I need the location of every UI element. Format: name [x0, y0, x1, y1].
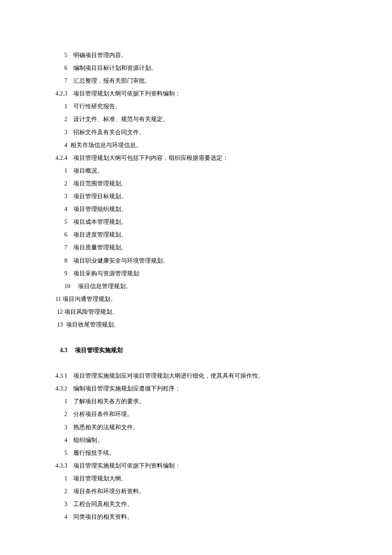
body-line: 1 项目概况。 — [55, 165, 337, 177]
body-line: 3 熟悉相关的法规和文件。 — [55, 421, 337, 434]
body-line: 4 项目管理组织规划。 — [55, 203, 337, 216]
body-line: 11 项目沟通管理规划。 — [55, 293, 337, 306]
body-line: 2 项目条件和环境分析资料。 — [55, 485, 337, 498]
document-page: 5 明确项目管理内容。 6 编制项目目标计划和资源计划。 7 汇总整理，报有关部… — [0, 0, 392, 555]
body-line: 4 相关市场信息与环境信息。 — [55, 139, 337, 152]
body-line: 2 项目范围管理规划。 — [55, 177, 337, 190]
body-line: 5 履行报批手续。 — [55, 447, 337, 460]
body-line: 4.2.3 项目管理规划大纲可依据下列资料编制： — [55, 87, 337, 100]
body-line: 10 项目信息管理规划。 — [55, 280, 337, 293]
body-line: 5 项目成本管理规划。 — [55, 216, 337, 228]
section-heading-4-3: 4.3 项目管理实施规划 — [55, 344, 337, 357]
body-line: 1 了解项目相关各方的要求。 — [55, 395, 337, 408]
body-line: 7 汇总整理，报有关部门审批。 — [55, 75, 337, 87]
body-line: 4 组织编制。 — [55, 434, 337, 447]
body-line: 4.2.4 项目管理规划大纲可包括下列内容，组织应根据需要选定： — [55, 152, 337, 165]
body-line: 2 分析项目条件和环境。 — [55, 408, 337, 421]
body-line: 3 项目管理目标规划。 — [55, 190, 337, 203]
body-line: 4 同类项目的相关资料。 — [55, 511, 337, 523]
body-line: 2 设计文件、标准、规范与有关规定。 — [55, 113, 337, 126]
body-line: 1 项目管理规划大纲。 — [55, 472, 337, 485]
body-line: 7 项目质量管理规划。 — [55, 241, 337, 254]
body-line: 1 可行性研究报告。 — [55, 100, 337, 113]
body-line: 12 项目风险管理规划。 — [55, 306, 337, 318]
body-line: 3 工程合同及相关文件。 — [55, 498, 337, 511]
body-line: 5 明确项目管理内容。 — [55, 49, 337, 62]
body-line: 4.3.3 项目管理实施规划可依据下列资料编制： — [55, 460, 337, 472]
body-line: 8 项目职业健康安全与环境管理规划。 — [55, 254, 337, 267]
body-line: 3 招标文件及有关合同文件。 — [55, 126, 337, 139]
body-line: 4.3.2 编制项目管理实施规划应遵循下列程序： — [55, 382, 337, 395]
body-line: 4.3.1 项目管理实施规划应对项目管理规划大纲进行细化，使其具有可操作性。 — [55, 370, 337, 382]
body-line: 9 项目采购与资源管理规划 — [55, 267, 337, 280]
body-line: 13 项目收尾管理规划。 — [55, 318, 337, 331]
body-line: 6 项目进度管理规划。 — [55, 228, 337, 241]
body-line: 6 编制项目目标计划和资源计划。 — [55, 62, 337, 75]
